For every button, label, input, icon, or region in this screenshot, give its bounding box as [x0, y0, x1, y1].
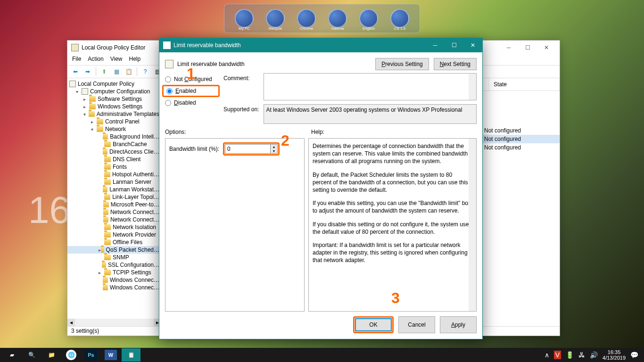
dock-item-english[interactable]: English: [357, 7, 380, 30]
folder-icon: [104, 141, 111, 147]
ok-button[interactable]: OK: [355, 318, 392, 331]
tray-notifications-icon[interactable]: 💬: [630, 351, 638, 359]
spinner-up-icon[interactable]: ▲: [271, 145, 277, 149]
supported-label: Supported on:: [223, 104, 259, 124]
taskbar-photoshop[interactable]: Ps: [85, 350, 97, 360]
tray-battery-icon[interactable]: 🔋: [566, 351, 574, 359]
folder-icon: [104, 156, 111, 162]
policy-close-button[interactable]: ✕: [463, 39, 482, 51]
tray-network-icon[interactable]: 🖧: [578, 351, 585, 359]
folder-icon: [102, 262, 106, 268]
folder-icon: [104, 224, 111, 230]
policy-dialog-icon: [163, 41, 171, 49]
gpedit-maximize-button[interactable]: ☐: [518, 41, 537, 54]
policy-maximize-button[interactable]: ☐: [445, 39, 463, 51]
folder-icon: [103, 209, 108, 215]
folder-icon: [104, 239, 111, 245]
folder-icon: [97, 119, 103, 124]
folder-icon: [103, 202, 109, 207]
tray-volume-icon[interactable]: 🔊: [590, 351, 598, 359]
folder-icon: [104, 270, 111, 275]
folder-icon: [103, 134, 108, 140]
folder-icon: [89, 96, 96, 102]
policy-root-icon: [69, 81, 76, 87]
dock: My PC Recycle Chrome Garena English CS 1…: [224, 4, 420, 33]
folder-icon: [101, 247, 104, 253]
comment-label: Comment:: [223, 73, 259, 100]
tree-scroll-h[interactable]: ◂▸: [67, 319, 161, 326]
dock-item-recycle[interactable]: Recycle: [264, 7, 287, 30]
menu-file[interactable]: File: [72, 56, 81, 64]
radio-disabled[interactable]: Disabled: [165, 99, 217, 106]
help-scrollbar[interactable]: [469, 139, 476, 311]
gpedit-title: Local Group Policy Editor: [82, 44, 145, 51]
bandwidth-input[interactable]: [225, 144, 270, 154]
comment-textarea[interactable]: [264, 73, 477, 100]
spinner-down-icon[interactable]: ▼: [271, 149, 277, 153]
help-label: Help:: [311, 129, 324, 135]
menu-action[interactable]: Action: [88, 56, 103, 64]
policy-title: Limit reservable bandwidth: [173, 42, 241, 49]
gpedit-close-button[interactable]: ✕: [537, 41, 556, 54]
menu-help[interactable]: Help: [129, 56, 141, 64]
options-panel: Bandwidth limit (%): ▲ ▼: [165, 138, 305, 312]
policy-dialog: Limit reservable bandwidth ─ ☐ ✕ Limit r…: [159, 38, 483, 339]
show-hide-icon[interactable]: ▦: [111, 66, 122, 77]
folder-icon: [103, 217, 108, 222]
folder-icon: [97, 126, 103, 132]
supported-text: At least Windows Server 2003 operating s…: [264, 104, 477, 124]
radio-enabled[interactable]: Enabled: [166, 88, 215, 94]
previous-setting-button[interactable]: Previous Setting: [375, 58, 429, 70]
search-icon[interactable]: 🔍: [23, 348, 41, 362]
dock-item-mypc[interactable]: My PC: [233, 7, 256, 30]
bandwidth-label: Bandwidth limit (%):: [169, 146, 219, 152]
forward-icon[interactable]: ➡: [83, 66, 93, 77]
folder-icon: [89, 104, 96, 109]
tray-chevron-up-icon[interactable]: ∧: [545, 351, 549, 359]
folder-icon: [104, 194, 111, 200]
annotation-2: 2: [281, 132, 289, 149]
folder-icon: [104, 164, 111, 170]
taskbar-gpedit[interactable]: 📋: [122, 348, 140, 362]
gpedit-tree[interactable]: Local Computer Policy ▾Computer Configur…: [67, 78, 162, 326]
folder-icon: [104, 232, 111, 238]
next-setting-button[interactable]: Next Setting: [434, 58, 477, 70]
gpedit-app-icon: [71, 44, 79, 51]
folder-icon: [104, 255, 111, 260]
folder-icon: [104, 179, 111, 185]
taskbar: ▰ 🔍 📁 🌐 Ps W 📋 ∧ V 🔋 🖧 🔊 16:35 4/13/2019…: [0, 348, 644, 362]
apply-button[interactable]: Apply: [440, 316, 477, 333]
taskbar-explorer[interactable]: 📁: [42, 348, 60, 362]
config-icon: [82, 88, 88, 95]
taskbar-clock[interactable]: 16:35 4/13/2019: [603, 349, 626, 361]
properties-icon[interactable]: 📋: [124, 66, 134, 77]
tray-app-icon[interactable]: V: [554, 351, 561, 359]
back-icon[interactable]: ⬅: [70, 66, 81, 77]
policy-item-icon: [165, 60, 173, 68]
bandwidth-spinner[interactable]: ▲ ▼: [223, 142, 280, 156]
folder-icon: [103, 285, 108, 290]
options-label: Options:: [165, 129, 186, 135]
help-panel: Determines the percentage of connection …: [308, 138, 477, 312]
dock-item-cs16[interactable]: CS 1.6: [388, 7, 411, 30]
start-button[interactable]: ▰: [3, 348, 21, 362]
policy-titlebar[interactable]: Limit reservable bandwidth ─ ☐ ✕: [159, 38, 482, 52]
taskbar-word[interactable]: W: [105, 350, 117, 360]
menu-view[interactable]: View: [110, 56, 123, 64]
column-state[interactable]: State: [489, 78, 560, 90]
annotation-3: 3: [391, 289, 400, 307]
dock-item-chrome[interactable]: Chrome: [295, 7, 318, 30]
cancel-button[interactable]: Cancel: [398, 316, 435, 333]
taskbar-chrome[interactable]: 🌐: [66, 350, 76, 360]
up-icon[interactable]: ⬆: [99, 66, 109, 77]
gpedit-minimize-button[interactable]: ─: [499, 41, 518, 54]
help-icon[interactable]: ?: [140, 66, 150, 77]
folder-icon: [89, 111, 95, 117]
dock-item-garena[interactable]: Garena: [326, 7, 349, 30]
folder-icon: [103, 277, 108, 283]
folder-icon: [103, 149, 107, 155]
folder-icon: [103, 187, 107, 192]
policy-minimize-button[interactable]: ─: [426, 39, 445, 51]
folder-icon: [104, 172, 110, 177]
annotation-1: 1: [187, 65, 195, 82]
